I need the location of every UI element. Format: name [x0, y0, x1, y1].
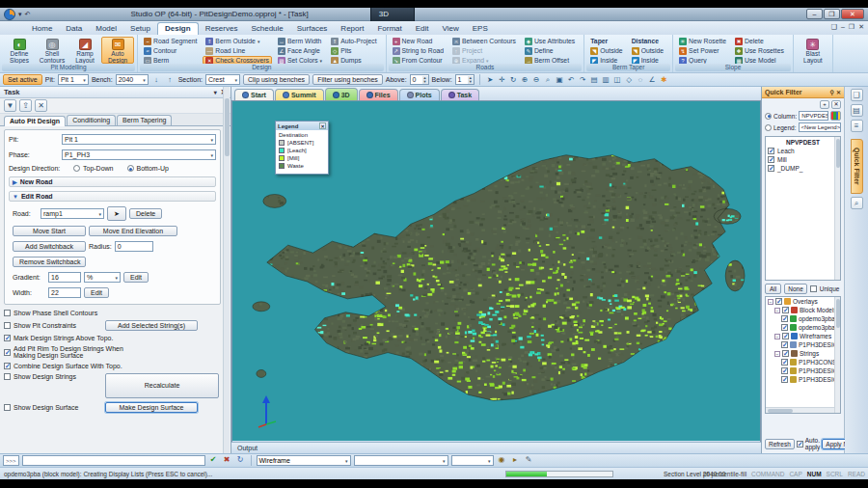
filter-using-benches-button[interactable]: Filter using benches: [312, 74, 383, 85]
tree-hscrollbar[interactable]: [766, 407, 834, 413]
column-select[interactable]: NPVPDEST▾: [799, 111, 828, 121]
save-icon[interactable]: ▼: [4, 99, 16, 112]
new-road-button[interactable]: +New Road: [390, 37, 447, 45]
doc-close-icon[interactable]: ✕: [858, 23, 864, 31]
column-radio[interactable]: [765, 113, 772, 120]
viewport-3d[interactable]: Legend ✕ Destination [ABSENT][Leach][Mil…: [231, 100, 761, 442]
checkbox-mark-design-strings-above-topo[interactable]: ✓: [4, 335, 11, 341]
outside-button[interactable]: ◥Outside: [629, 46, 666, 55]
command-cancel-icon[interactable]: ✖: [222, 455, 232, 466]
view-tab-task[interactable]: Task: [441, 89, 479, 100]
bench-select[interactable]: 2040▾: [116, 74, 149, 85]
checkbox-show-design-strings[interactable]: [4, 373, 11, 380]
all-button[interactable]: All: [765, 284, 781, 294]
tree-expand-icon[interactable]: −: [774, 334, 780, 339]
tree-checkbox-overlays[interactable]: ✓: [775, 298, 782, 305]
ribbon-tab-home[interactable]: Home: [25, 23, 59, 35]
ribbon-tab-model[interactable]: Model: [89, 23, 123, 35]
select-icon[interactable]: ➤: [485, 74, 496, 85]
add-switchback-button[interactable]: Add Switchback: [13, 241, 86, 252]
clip-using-benches-button[interactable]: Clip using benches: [243, 74, 310, 85]
tree-item-opdemo3pba-block[interactable]: ✓opdemo3pba (block: [766, 323, 840, 332]
command-ok-icon[interactable]: ✔: [208, 455, 219, 466]
view-tab-start[interactable]: Start: [234, 89, 274, 100]
outside-button[interactable]: ◥Outside: [587, 46, 625, 55]
above-spinner[interactable]: 0▲▼: [410, 74, 429, 85]
width-edit-button[interactable]: Edit: [84, 287, 109, 298]
section-select[interactable]: Crest▾: [205, 74, 240, 85]
legend-select[interactable]: <New Legend>▾: [799, 122, 842, 132]
move-end-elevation-button[interactable]: Move End Elevation: [89, 226, 177, 236]
delete-button[interactable]: ✖Delete: [732, 37, 787, 45]
ribbon-tab-surfaces[interactable]: Surfaces: [290, 23, 335, 35]
quick-filter-side-tab[interactable]: Quick Filter: [851, 139, 863, 194]
add-selected-string-s-button[interactable]: Add Selected String(s): [105, 320, 198, 331]
tree-checkbox-opdemo3pba-block[interactable]: ✓: [781, 324, 788, 331]
close-task-icon[interactable]: ✕: [35, 99, 47, 112]
set-active-button[interactable]: Set active: [3, 74, 42, 85]
previous-view-icon[interactable]: ↶: [566, 74, 577, 85]
shell-contours-button[interactable]: ◎Shell Contours: [36, 37, 68, 64]
view-tab-summit[interactable]: Summit: [275, 89, 324, 100]
pick-road-cursor-button[interactable]: ➤: [107, 206, 126, 221]
tree-checkbox-wireframes[interactable]: ✓: [782, 333, 789, 339]
tree-item-overlays[interactable]: −✓Overlays: [766, 297, 840, 306]
ribbon-tab-design[interactable]: Design: [157, 22, 199, 35]
pan-icon[interactable]: ✛: [497, 74, 507, 85]
filter-checkbox-leach[interactable]: ✓: [768, 148, 774, 154]
view-tab-plots[interactable]: Plots: [399, 89, 440, 100]
pin-icon[interactable]: ⚲: [830, 89, 834, 95]
view-tab-3d[interactable]: 3D: [325, 88, 358, 100]
ribbon-tab-format[interactable]: Format: [370, 23, 408, 35]
pits-button[interactable]: ◇Pits: [328, 46, 379, 55]
zoom-extents-icon[interactable]: ▣: [555, 74, 565, 85]
pit-select[interactable]: Pit 1▾: [58, 74, 89, 85]
macro-play-icon[interactable]: ▸: [510, 455, 521, 466]
new-rosette-button[interactable]: ✳New Rosette: [676, 37, 729, 45]
checkbox-show-pit-constraints[interactable]: [4, 322, 11, 329]
form-pit-select[interactable]: Pit 1▾: [62, 134, 216, 145]
between-contours-button[interactable]: ≍Between Contours: [449, 37, 519, 45]
tab-auto-pit-design[interactable]: Auto Pit Design: [4, 116, 66, 126]
ribbon-tab-data[interactable]: Data: [59, 23, 89, 35]
add-filter-icon[interactable]: +: [820, 100, 829, 109]
use-rosettes-button[interactable]: ❖Use Rosettes: [732, 46, 787, 55]
ribbon-tab-eps[interactable]: EPS: [466, 23, 495, 35]
checkbox-add-pit-rim-to-design-strings-when-making-design-surface[interactable]: ✓: [4, 349, 11, 356]
face-angle-button[interactable]: ∠Face Angle: [275, 46, 325, 55]
define-button[interactable]: ✎Define: [522, 46, 578, 55]
tree-item-p1ph3designcont[interactable]: ✓P1PH3DESIGNCONT (: [766, 375, 840, 384]
below-spinner[interactable]: 1▲▼: [455, 74, 475, 85]
view-window-tab[interactable]: 3D: [370, 8, 415, 21]
export-icon[interactable]: ⇪: [19, 99, 32, 112]
tree-item-p1ph3design-strin[interactable]: ✓P1PH3DESIGN (strin: [766, 366, 840, 375]
tab-conditioning[interactable]: Conditioning: [67, 115, 116, 125]
command-history-icon[interactable]: ↻: [235, 455, 246, 466]
refresh-button[interactable]: Refresh: [765, 439, 795, 449]
quick-filter-close-icon[interactable]: ✕: [836, 89, 841, 95]
properties-panel-icon[interactable]: ❑: [851, 89, 863, 101]
move-start-button[interactable]: Move Start: [13, 226, 86, 236]
auto-apply-checkbox[interactable]: ✓: [797, 441, 803, 447]
doc-minimize-icon[interactable]: –: [841, 23, 845, 31]
task-panel-menu-icon[interactable]: ▾: [214, 89, 217, 95]
bench-down-icon[interactable]: ↓: [151, 74, 162, 85]
style-select[interactable]: ▾: [451, 455, 494, 466]
command-input[interactable]: [22, 455, 205, 466]
blast-layout-button[interactable]: ✳Blast Layout: [797, 37, 829, 64]
ribbon-tab-view[interactable]: View: [436, 23, 466, 35]
script-icon[interactable]: ✎: [524, 455, 534, 466]
tab-berm-tapering[interactable]: Berm Tapering: [117, 115, 172, 125]
tree-expand-icon[interactable]: −: [768, 299, 773, 305]
ramp-layout-button[interactable]: ◢Ramp Layout: [68, 37, 101, 64]
filter-checkbox-mill[interactable]: ✓: [768, 156, 774, 163]
find-panel-icon[interactable]: ⌕: [851, 197, 863, 209]
visibility-icon[interactable]: ◌: [636, 74, 646, 85]
tree-expand-icon[interactable]: −: [774, 308, 780, 313]
remove-switchback-button[interactable]: Remove Switchback: [13, 257, 86, 267]
close-button[interactable]: ✕: [841, 9, 864, 19]
layers-panel-icon[interactable]: ≡: [851, 120, 863, 132]
zoom-in-icon[interactable]: ⊕: [520, 74, 530, 85]
measure-icon[interactable]: ∠: [647, 74, 658, 85]
checkbox-show-phase-shell-contours[interactable]: [4, 310, 11, 316]
